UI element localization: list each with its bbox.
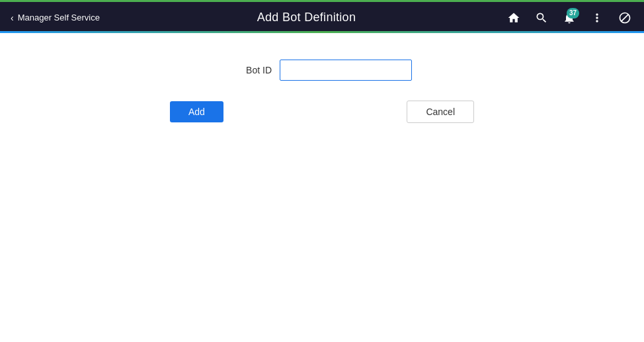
page-title: Add Bot Definition: [110, 11, 503, 24]
button-row: Add Cancel: [163, 101, 481, 123]
cancel-button[interactable]: Cancel: [407, 101, 474, 123]
bot-id-input[interactable]: [280, 60, 412, 81]
add-button[interactable]: Add: [170, 101, 223, 122]
search-icon-button[interactable]: [530, 7, 553, 29]
notification-wrapper[interactable]: 37: [558, 7, 581, 29]
bot-id-label: Bot ID: [232, 65, 272, 75]
back-navigation[interactable]: ‹ Manager Self Service: [0, 2, 110, 33]
home-icon-button[interactable]: [503, 7, 525, 29]
more-options-icon-button[interactable]: [586, 7, 608, 29]
back-chevron-icon: ‹: [11, 13, 14, 23]
back-nav-label: Manager Self Service: [18, 13, 100, 22]
block-icon-button[interactable]: [614, 7, 636, 29]
notification-badge: 37: [567, 8, 579, 19]
topbar-icons: 37: [503, 7, 644, 29]
notification-icon-button[interactable]: 37: [558, 7, 581, 29]
main-content: Bot ID Add Cancel: [0, 33, 644, 342]
bot-id-form-row: Bot ID: [232, 60, 412, 81]
topbar: ‹ Manager Self Service Add Bot Definitio…: [0, 0, 644, 33]
